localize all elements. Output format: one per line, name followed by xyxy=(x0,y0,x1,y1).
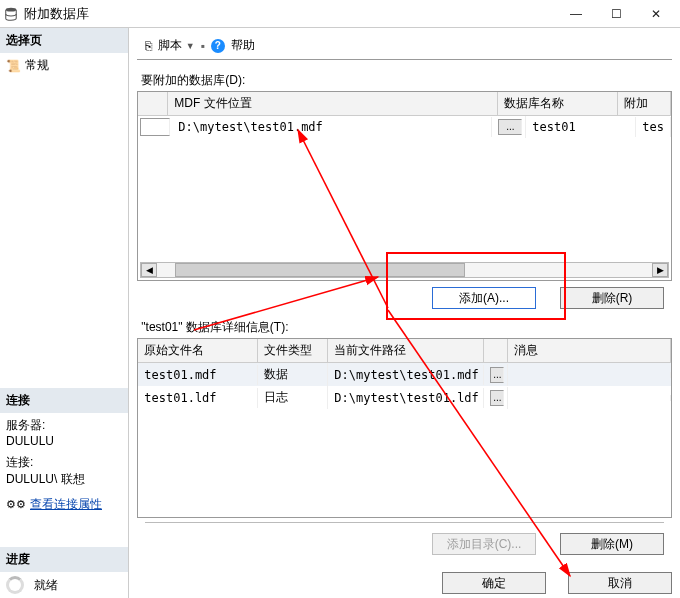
cell-message xyxy=(508,395,671,401)
connection-label: 连接: xyxy=(6,454,122,471)
scroll-left-icon[interactable]: ◀ xyxy=(141,263,157,277)
scrollbar-thumb[interactable] xyxy=(175,263,465,277)
table-row[interactable]: test01.mdf 数据 D:\mytest\test01.mdf ... xyxy=(138,363,671,386)
add-directory-button: 添加目录(C)... xyxy=(432,533,536,555)
toolbar: ⎘ 脚本 ▼ ▪ ? 帮助 xyxy=(137,32,672,60)
col-db-name: 数据库名称 xyxy=(498,92,618,115)
progress-status-row: 就绪 xyxy=(6,576,122,594)
scroll-right-icon[interactable]: ▶ xyxy=(652,263,668,277)
attach-db-label: 要附加的数据库(D): xyxy=(141,72,672,89)
help-icon: ? xyxy=(211,39,225,53)
browse-button[interactable]: ... xyxy=(490,367,504,383)
server-value: DULULU xyxy=(6,434,122,448)
browse-button[interactable]: ... xyxy=(498,119,522,135)
svg-point-0 xyxy=(6,7,17,11)
details-grid-header: 原始文件名 文件类型 当前文件路径 消息 xyxy=(138,339,671,363)
progress-status-label: 就绪 xyxy=(34,577,58,594)
separator xyxy=(145,522,664,523)
cell-filename: test01.mdf xyxy=(138,365,258,385)
minimize-button[interactable]: — xyxy=(556,3,596,25)
select-page-header: 选择页 xyxy=(0,28,128,53)
cell-mdf-location: D:\mytest\test01.mdf xyxy=(172,117,492,137)
col-filepath: 当前文件路径 xyxy=(328,339,484,362)
remove-button[interactable]: 删除(R) xyxy=(560,287,664,309)
sidebar-item-label: 常规 xyxy=(25,57,49,74)
cell-message xyxy=(508,372,671,378)
db-details-label: "test01" 数据库详细信息(T): xyxy=(141,319,672,336)
sidebar-item-general[interactable]: 📜 常规 xyxy=(6,57,122,74)
table-row[interactable]: D:\mytest\test01.mdf ... test01 tes xyxy=(138,116,671,138)
chevron-down-icon: ▼ xyxy=(186,41,195,51)
ok-button[interactable]: 确定 xyxy=(442,572,546,594)
table-row[interactable]: test01.ldf 日志 D:\mytest\test01.ldf ... xyxy=(138,386,671,409)
cell-filename: test01.ldf xyxy=(138,388,258,408)
toolbar-separator: ▪ xyxy=(201,39,205,53)
script-page-icon: 📜 xyxy=(6,59,21,73)
col-message: 消息 xyxy=(508,339,671,362)
col-filename: 原始文件名 xyxy=(138,339,258,362)
databases-grid: MDF 文件位置 数据库名称 附加 D:\mytest\test01.mdf .… xyxy=(137,91,672,281)
main-panel: ⎘ 脚本 ▼ ▪ ? 帮助 要附加的数据库(D): MDF 文件位置 数据库名称… xyxy=(129,28,680,598)
script-dropdown[interactable]: 脚本 ▼ xyxy=(158,37,194,54)
title-bar: 附加数据库 — ☐ ✕ xyxy=(0,0,680,28)
script-icon: ⎘ xyxy=(145,39,152,53)
sidebar: 选择页 📜 常规 连接 服务器: DULULU 连接: DULULU\ 联想 ⚙… xyxy=(0,28,129,598)
cell-filetype: 数据 xyxy=(258,363,328,386)
connection-value: DULULU\ 联想 xyxy=(6,471,122,488)
col-mdf-location: MDF 文件位置 xyxy=(168,92,498,115)
row-selector[interactable] xyxy=(140,118,170,136)
help-button[interactable]: 帮助 xyxy=(231,37,255,54)
cell-filetype: 日志 xyxy=(258,386,328,409)
col-filetype: 文件类型 xyxy=(258,339,328,362)
databases-grid-header: MDF 文件位置 数据库名称 附加 xyxy=(138,92,671,116)
cell-filepath: D:\mytest\test01.ldf xyxy=(328,388,484,408)
cancel-button[interactable]: 取消 xyxy=(568,572,672,594)
remove-file-button[interactable]: 删除(M) xyxy=(560,533,664,555)
view-connection-link[interactable]: 查看连接属性 xyxy=(30,496,102,513)
cell-filepath: D:\mytest\test01.mdf xyxy=(328,365,484,385)
connection-properties-icon: ⚙⚙ xyxy=(6,498,26,511)
cell-attach-as: tes xyxy=(636,117,671,137)
details-grid: 原始文件名 文件类型 当前文件路径 消息 test01.mdf 数据 D:\my… xyxy=(137,338,672,518)
close-button[interactable]: ✕ xyxy=(636,3,676,25)
server-label: 服务器: xyxy=(6,417,122,434)
maximize-button[interactable]: ☐ xyxy=(596,3,636,25)
cell-db-name: test01 xyxy=(526,117,636,137)
connection-header: 连接 xyxy=(0,388,128,413)
database-icon xyxy=(4,7,18,21)
window-title: 附加数据库 xyxy=(24,5,556,23)
add-button[interactable]: 添加(A)... xyxy=(432,287,536,309)
connection-info: 服务器: DULULU 连接: DULULU\ 联想 ⚙⚙ 查看连接属性 xyxy=(0,413,128,517)
horizontal-scrollbar[interactable]: ◀ ▶ xyxy=(140,262,669,278)
browse-button[interactable]: ... xyxy=(490,390,504,406)
progress-header: 进度 xyxy=(0,547,128,572)
progress-spinner-icon xyxy=(6,576,24,594)
col-attach-as: 附加 xyxy=(618,92,671,115)
